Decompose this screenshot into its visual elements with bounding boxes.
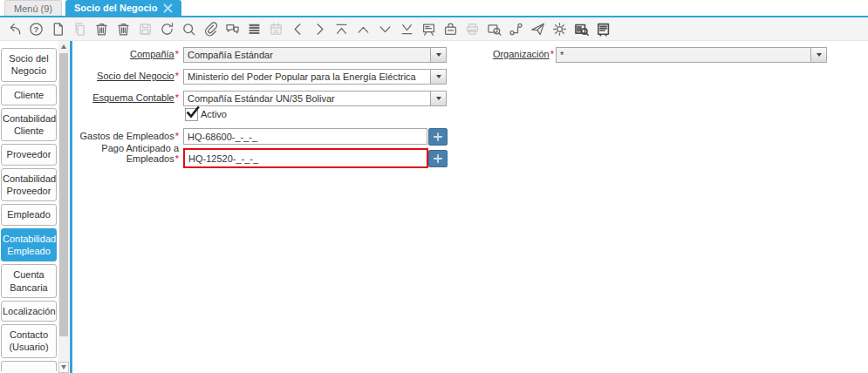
tab-active-label: Socio del Negocio — [74, 3, 157, 13]
form-content: Compañía* Compañía Estándar Organización… — [73, 41, 868, 373]
quick-form-icon[interactable] — [592, 18, 614, 40]
main-area: Socio del Negocio Cliente Contabilidad C… — [0, 41, 868, 373]
esquema-contable-label: Esquema Contable* — [73, 92, 179, 103]
svg-text:?: ? — [34, 24, 39, 33]
svg-text:31: 31 — [273, 28, 279, 33]
organizacion-label: Organización* — [448, 49, 554, 59]
print-icon[interactable] — [461, 18, 483, 40]
socio-negocio-dropdown-icon[interactable] — [430, 70, 446, 84]
sidebar-item-contacto-usuario[interactable]: Contacto (Usuario) — [1, 324, 57, 358]
undo-icon[interactable] — [3, 18, 25, 40]
detail-record-icon[interactable] — [374, 18, 396, 40]
tab-menu-label: Menú (9) — [14, 3, 52, 14]
organizacion-combo[interactable]: * — [556, 47, 827, 63]
activo-label: Activo — [201, 109, 227, 119]
gastos-empleados-input[interactable] — [183, 128, 427, 145]
copy-record-icon[interactable] — [69, 18, 91, 40]
delete-selection-icon[interactable] — [113, 18, 134, 40]
required-mark: * — [175, 153, 179, 164]
activo-field: Activo — [185, 107, 307, 121]
compania-combo[interactable]: Compañía Estándar — [183, 47, 447, 63]
required-mark: * — [175, 131, 179, 141]
sidebar-tabs: Socio del Negocio Cliente Contabilidad C… — [1, 48, 57, 371]
chat-icon[interactable] — [222, 18, 243, 40]
required-mark: * — [175, 49, 179, 59]
tab-socio-del-negocio[interactable]: Socio del Negocio — [65, 0, 181, 16]
grid-toggle-icon[interactable] — [243, 18, 265, 40]
organizacion-value: * — [557, 48, 810, 62]
application-window: Menú (9) Socio del Negocio ? 31 — [0, 0, 868, 373]
sidebar-item-proveedor[interactable]: Proveedor — [1, 144, 57, 165]
pago-anticipado-highlight — [183, 148, 428, 168]
find-icon[interactable] — [178, 18, 200, 40]
socio-negocio-value: Ministerio del Poder Popular para la Ene… — [184, 70, 430, 84]
first-record-icon[interactable] — [331, 18, 352, 40]
report-icon[interactable] — [418, 18, 440, 40]
toolbar: ? 31 — [0, 17, 868, 41]
required-mark: * — [550, 49, 554, 59]
help-icon[interactable]: ? — [25, 18, 47, 40]
pago-anticipado-label: Pago Anticipado a Empleados* — [73, 143, 179, 164]
pago-anticipado-input[interactable] — [185, 150, 427, 166]
esquema-contable-combo[interactable]: Compañía Estándar UN/35 Bolivar — [183, 91, 447, 106]
sidebar-item-socio-del-negocio[interactable]: Socio del Negocio — [1, 48, 57, 82]
scroll-down-icon[interactable] — [58, 362, 69, 373]
refresh-icon[interactable] — [156, 18, 178, 40]
esquema-contable-dropdown-icon[interactable] — [430, 92, 446, 105]
window-tab-bar: Menú (9) Socio del Negocio — [0, 0, 868, 17]
next-record-icon[interactable] — [309, 18, 331, 40]
gastos-empleados-label: Gastos de Empleados* — [73, 131, 179, 141]
compania-label: Compañía* — [73, 49, 179, 59]
archive-icon[interactable] — [440, 18, 461, 40]
calendar-icon[interactable]: 31 — [265, 18, 287, 40]
last-record-icon[interactable] — [396, 18, 418, 40]
sidebar-item-contabilidad-proveedor[interactable]: Contabilidad Proveedor — [1, 168, 57, 202]
sidebar-item-contabilidad-cliente[interactable]: Contabilidad Cliente — [1, 108, 57, 142]
sidebar-splitter[interactable] — [70, 41, 72, 373]
save-icon[interactable] — [134, 18, 156, 40]
tab-menu[interactable]: Menú (9) — [4, 0, 62, 16]
socio-negocio-combo[interactable]: Ministerio del Poder Popular para la Ene… — [183, 69, 447, 85]
parent-record-icon[interactable] — [352, 18, 374, 40]
workflow-icon[interactable] — [505, 18, 527, 40]
previous-record-icon[interactable] — [287, 18, 309, 40]
organizacion-dropdown-icon[interactable] — [810, 48, 826, 62]
compania-value: Compañía Estándar — [184, 48, 430, 62]
sidebar-item-cuenta-bancaria[interactable]: Cuenta Bancaria — [1, 264, 57, 298]
sidebar-item-empleado[interactable]: Empleado — [1, 204, 57, 225]
sidebar-item-cliente[interactable]: Cliente — [1, 85, 57, 105]
pago-account-icon[interactable] — [428, 150, 448, 167]
close-tab-icon[interactable] — [163, 3, 173, 13]
esquema-contable-value: Compañía Estándar UN/35 Bolivar — [184, 92, 430, 105]
gastos-account-icon[interactable] — [428, 128, 448, 146]
new-record-icon[interactable] — [47, 18, 69, 40]
attachment-icon[interactable] — [200, 18, 222, 40]
requests-icon[interactable] — [527, 18, 549, 40]
sidebar-item-partial[interactable] — [1, 361, 57, 371]
compania-dropdown-icon[interactable] — [430, 48, 446, 62]
required-mark: * — [175, 92, 179, 103]
scroll-up-icon[interactable] — [58, 41, 69, 52]
lookup-record-icon[interactable] — [571, 18, 592, 40]
sidebar-item-contabilidad-empleado[interactable]: Contabilidad Empleado — [1, 228, 57, 262]
zoom-across-icon[interactable] — [483, 18, 505, 40]
sidebar-scrollbar[interactable] — [58, 41, 69, 373]
delete-record-icon[interactable] — [91, 18, 113, 40]
required-mark: * — [175, 71, 179, 81]
sidebar-item-localizacion[interactable]: Localización — [1, 301, 57, 322]
socio-negocio-label: Socio del Negocio* — [73, 71, 179, 81]
process-icon[interactable] — [549, 18, 571, 40]
activo-checkbox[interactable] — [185, 108, 198, 121]
scrollbar-thumb[interactable] — [59, 53, 68, 336]
